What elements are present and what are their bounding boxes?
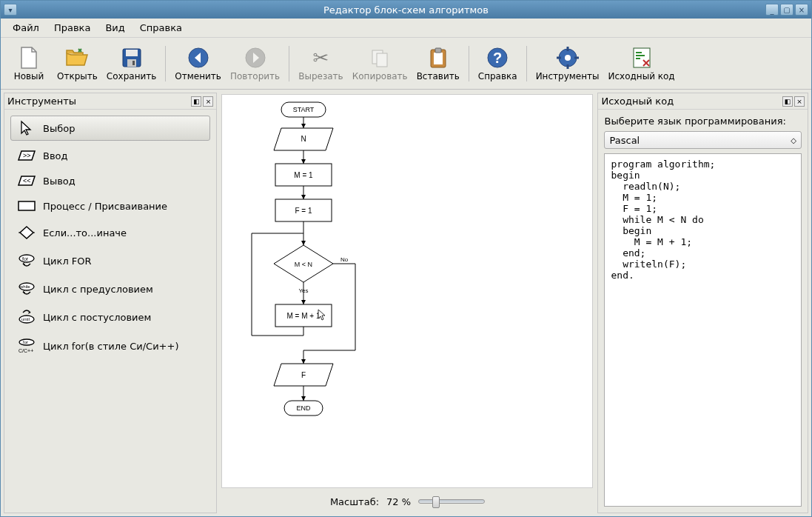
toolbar-separator [526,46,527,81]
label-no: No [340,256,349,263]
tools-panel-header: Инструменты ◧ × [4,93,216,110]
cut-button[interactable]: ✂ Вырезать [294,44,348,83]
language-label: Выберите язык программирования: [604,116,802,127]
tool-process-label: Процесс / Присваивание [43,201,167,212]
menu-file[interactable]: Файл [7,20,45,36]
language-select[interactable]: Pascal ◇ [604,131,802,149]
svg-text:<<: << [23,177,31,184]
while-loop-icon: while [16,281,37,296]
redo-label: Повторить [230,71,280,81]
panel-float-button[interactable]: ◧ [191,96,201,107]
decision-diamond-icon [16,225,37,240]
zoom-slider[interactable] [418,499,485,504]
tool-if-label: Если...то...иначе [43,227,127,239]
cursor-icon [16,120,37,136]
svg-rect-3 [132,61,135,65]
node-f-text: F [301,371,306,379]
redo-button[interactable]: Повторить [226,44,284,83]
minimize-button[interactable]: _ [765,4,779,16]
scissors-icon: ✂ [309,46,332,70]
output-parallelogram-icon: << [16,175,37,187]
svg-rect-7 [377,53,387,67]
panel-close-button[interactable]: × [203,96,213,107]
tool-cfor-label: Цикл for(в стиле Си/Си++) [43,341,178,352]
paste-button[interactable]: Вставить [412,44,464,83]
menu-help[interactable]: Справка [134,20,188,36]
panel-close-button[interactable]: × [794,96,805,107]
menu-edit[interactable]: Правка [48,20,96,36]
source-code-output[interactable]: program algorithm; begin readln(N); M = … [604,153,802,507]
tools-panel: Инструменты ◧ × Выбор >> Ввод << Вывод [4,93,217,513]
flowchart-svg: START N M = 1 F = 1 M < N [222,95,592,473]
maximize-button[interactable]: ▢ [780,4,793,16]
zoom-label: Масштаб: [330,496,379,507]
tool-select[interactable]: Выбор [10,116,210,141]
app-menu-button[interactable]: ▾ [4,4,17,16]
cut-label: Вырезать [298,71,343,81]
svg-rect-10 [435,48,441,53]
source-label: Исходный код [608,71,675,81]
open-folder-icon [65,46,89,70]
tool-input-label: Ввод [43,150,68,161]
svg-point-14 [565,55,571,61]
save-button[interactable]: Сохранить [102,44,161,83]
app-window: ▾ Редактор блок-схем алгоритмов _ ▢ × Фа… [0,0,812,517]
zoom-bar: Масштаб: 72 % [220,490,594,513]
node-inc-text: M = M + 1 [287,312,321,320]
menu-view[interactable]: Вид [99,20,130,36]
dropdown-chevron-icon: ◇ [791,136,796,144]
new-button[interactable]: Новый [5,44,53,83]
open-button[interactable]: Открыть [53,44,102,83]
copy-button[interactable]: Копировать [348,44,412,83]
help-label: Справка [478,71,517,81]
node-f1-text: F = 1 [295,207,313,215]
svg-text:for: for [23,340,28,344]
source-panel-title: Исходный код [601,96,674,107]
toolbar-separator [469,46,469,81]
help-icon: ? [486,46,509,70]
tool-for[interactable]: for Цикл FOR [10,249,210,273]
zoom-slider-thumb[interactable] [432,496,440,508]
gear-icon [556,46,580,70]
close-button[interactable]: × [795,4,808,16]
tools-label: Инструменты [536,71,600,81]
source-panel-header: Исходный код ◧ × [598,93,808,110]
tool-process[interactable]: Процесс / Присваивание [10,196,210,216]
help-button[interactable]: ? Справка [474,44,522,83]
svg-text:until: until [21,317,30,321]
new-file-icon [17,46,41,70]
tool-until[interactable]: until Цикл с постусловием [10,305,210,329]
tool-while[interactable]: while Цикл с предусловием [10,277,210,301]
svg-text:while: while [19,284,30,289]
panel-float-button[interactable]: ◧ [782,96,793,107]
main-area: Инструменты ◧ × Выбор >> Ввод << Вывод [1,90,811,516]
paste-label: Вставить [417,71,460,81]
save-floppy-icon [120,46,144,70]
tool-output[interactable]: << Вывод [10,170,210,191]
toolbar: Новый Открыть Сохранить Отменить Повтор [1,38,811,90]
tool-input[interactable]: >> Ввод [10,145,210,166]
window-title: Редактор блок-схем алгоритмов [323,4,489,16]
source-button[interactable]: Исходный код [604,44,680,83]
undo-arrow-icon [187,46,210,70]
source-panel: Исходный код ◧ × Выберите язык программи… [597,93,808,513]
node-cond-text: M < N [295,261,312,268]
undo-button[interactable]: Отменить [170,44,226,83]
svg-text:for: for [22,256,29,261]
source-code-icon [630,46,654,70]
svg-rect-2 [127,59,136,67]
clipboard-icon [426,46,450,70]
tool-cfor[interactable]: forC/C++ Цикл for(в стиле Си/Си++) [10,333,210,358]
tool-if[interactable]: Если...то...иначе [10,221,210,244]
process-rect-icon [16,200,37,212]
flowchart-canvas[interactable]: START N M = 1 F = 1 M < N [221,94,593,488]
save-label: Сохранить [107,71,157,81]
zoom-value: 72 % [386,496,411,507]
tools-button[interactable]: Инструменты [531,44,604,83]
node-n-text: N [301,135,306,143]
titlebar: ▾ Редактор блок-схем алгоритмов _ ▢ × [1,1,811,19]
undo-label: Отменить [175,71,221,81]
input-parallelogram-icon: >> [16,150,37,161]
menubar: Файл Правка Вид Справка [1,19,811,38]
tools-list: Выбор >> Ввод << Вывод Процесс / Присваи… [4,110,216,364]
